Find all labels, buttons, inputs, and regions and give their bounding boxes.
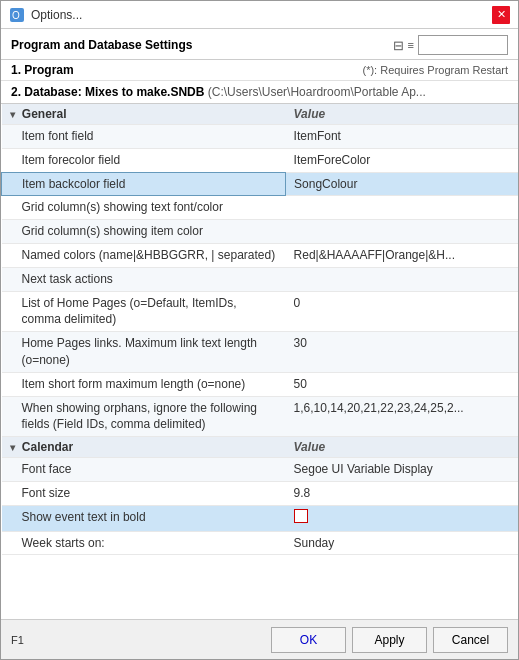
window-title: Options...: [31, 8, 82, 22]
apply-button[interactable]: Apply: [352, 627, 427, 653]
table-row[interactable]: Item forecolor field ItemForeColor: [2, 148, 519, 172]
table-row[interactable]: When showing orphans, ignore the followi…: [2, 396, 519, 437]
cancel-button[interactable]: Cancel: [433, 627, 508, 653]
table-row[interactable]: Week starts on: Sunday: [2, 531, 519, 555]
footer-buttons: OK Apply Cancel: [271, 627, 508, 653]
table-row[interactable]: Home Pages links. Maximum link text leng…: [2, 332, 519, 373]
db-path: (C:\Users\User\Hoardroom\Portable Ap...: [208, 85, 426, 99]
table-row[interactable]: Grid column(s) showing item color: [2, 220, 519, 244]
table-row[interactable]: List of Home Pages (o=Default, ItemIDs, …: [2, 291, 519, 332]
filter-input[interactable]: [418, 35, 508, 55]
bold-checkbox[interactable]: [294, 509, 308, 523]
title-bar-left: O Options...: [9, 7, 82, 23]
table-row[interactable]: Font face Segoe UI Variable Display: [2, 458, 519, 482]
app-icon: O: [9, 7, 25, 23]
expand-icon: ▾: [10, 109, 15, 120]
table-row[interactable]: Grid column(s) showing text font/color: [2, 196, 519, 220]
title-bar: O Options... ✕: [1, 1, 518, 29]
restart-note: (*): Requires Program Restart: [363, 64, 509, 76]
filter-equals: ≡: [408, 39, 414, 51]
table-row[interactable]: Named colors (name|&HBBGGRR, | separated…: [2, 243, 519, 267]
filter-icon: ⊟: [393, 38, 404, 53]
content-area[interactable]: ▾ General Value Item font field ItemFont…: [1, 104, 518, 619]
calendar-expand-icon: ▾: [10, 442, 15, 453]
program-section-label: 1. Program: [11, 63, 74, 77]
table-row[interactable]: Show event text in bold: [2, 505, 519, 531]
table-row[interactable]: Font size 9.8: [2, 481, 519, 505]
options-window: O Options... ✕ Program and Database Sett…: [0, 0, 519, 660]
header-title: Program and Database Settings: [11, 38, 192, 52]
close-button[interactable]: ✕: [492, 6, 510, 24]
general-group-header: ▾ General Value: [2, 104, 519, 125]
ok-button[interactable]: OK: [271, 627, 346, 653]
table-row[interactable]: Item font field ItemFont: [2, 125, 519, 149]
settings-table: ▾ General Value Item font field ItemFont…: [1, 104, 518, 555]
db-section-header: 2. Database: Mixes to make.SNDB (C:\User…: [1, 81, 518, 104]
f1-label: F1: [11, 634, 24, 646]
calendar-group-header: ▾ Calendar Value: [2, 437, 519, 458]
table-row[interactable]: Item backcolor field SongColour: [2, 172, 519, 196]
filter-area: ⊟ ≡: [393, 35, 508, 55]
svg-text:O: O: [12, 10, 20, 21]
footer: F1 OK Apply Cancel: [1, 619, 518, 659]
table-row[interactable]: Next task actions: [2, 267, 519, 291]
table-row[interactable]: Item short form maximum length (o=none) …: [2, 372, 519, 396]
